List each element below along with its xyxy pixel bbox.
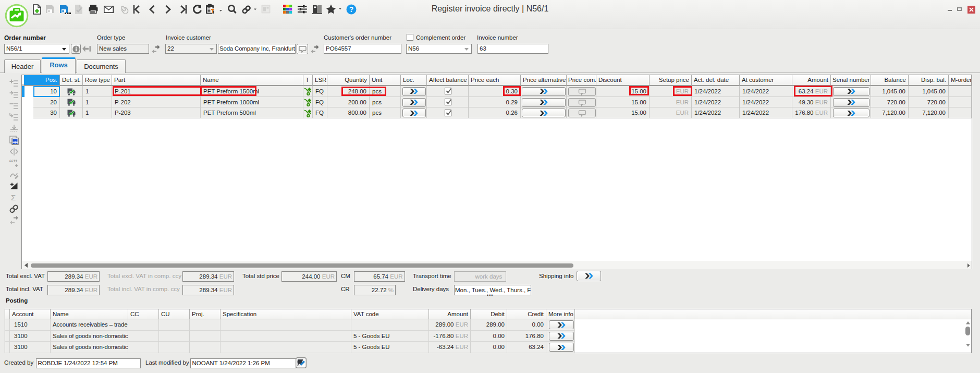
svg-text:?: ? [349, 5, 354, 14]
svg-text:Σ: Σ [11, 193, 16, 202]
